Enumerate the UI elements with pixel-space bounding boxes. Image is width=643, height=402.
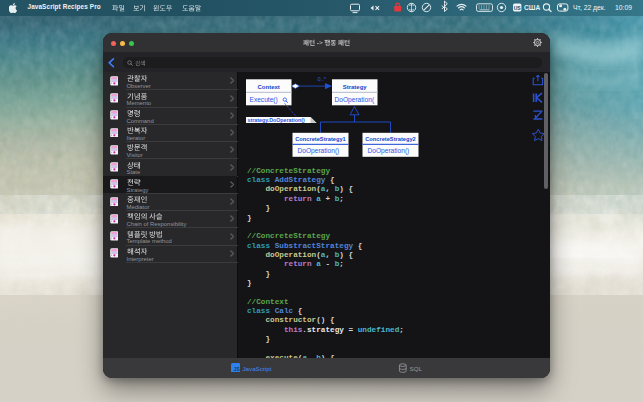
svg-text:0..*: 0..* bbox=[318, 76, 327, 82]
svg-text:10:09: 10:09 bbox=[615, 4, 632, 11]
svg-text:DoOperation(): DoOperation() bbox=[298, 147, 340, 155]
svg-text:DoOperation(): DoOperation() bbox=[368, 147, 410, 155]
svg-text:Context: Context bbox=[258, 84, 280, 90]
svg-text:США: США bbox=[524, 4, 540, 11]
svg-text:US: US bbox=[514, 5, 522, 11]
svg-text:strategy.DoOperation(): strategy.DoOperation() bbox=[248, 117, 306, 123]
svg-text:Execute(): Execute() bbox=[250, 96, 278, 104]
svg-text:Чт, 22 дек.: Чт, 22 дек. bbox=[573, 4, 606, 12]
svg-text:Strategy: Strategy bbox=[343, 84, 368, 90]
svg-text:JS: JS bbox=[233, 367, 239, 372]
svg-text:ConcreteStrategy2: ConcreteStrategy2 bbox=[365, 136, 416, 142]
svg-text:ConcreteStrategy1: ConcreteStrategy1 bbox=[295, 136, 346, 142]
svg-text:DoOperation(: DoOperation( bbox=[335, 96, 375, 104]
